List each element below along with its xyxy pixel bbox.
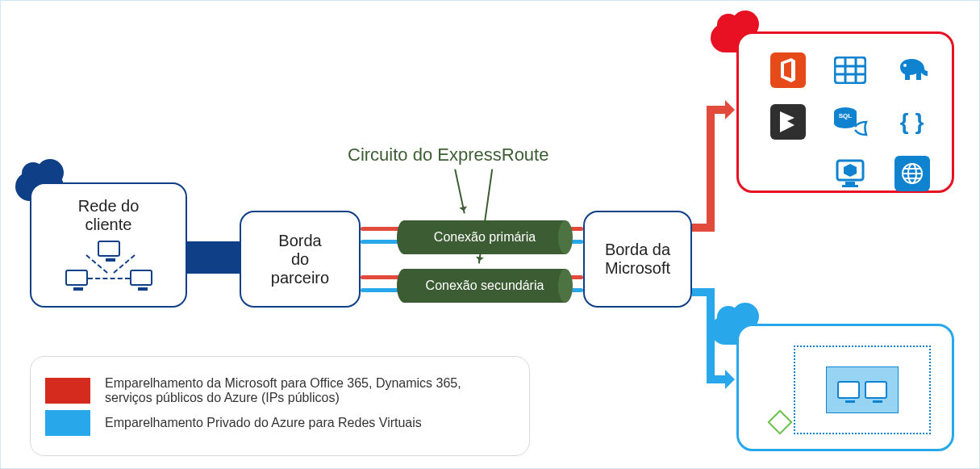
partner-label-1: Borda xyxy=(278,232,321,250)
svg-rect-0 xyxy=(835,57,865,83)
path-segment xyxy=(707,106,715,232)
legend-item-microsoft: Emparelhamento da Microsoft para Office … xyxy=(45,376,513,405)
code-icon: { } xyxy=(895,104,930,140)
secondary-connection-cylinder: Conexão secundária xyxy=(404,269,565,303)
customer-network-node: Rede do cliente xyxy=(30,182,187,308)
svg-rect-9 xyxy=(842,185,858,187)
table-icon xyxy=(832,52,868,88)
primary-connection-label: Conexão primária xyxy=(434,230,536,245)
legend-text-private: Emparelhamento Privado do Azure para Red… xyxy=(105,416,422,430)
secondary-connection-label: Conexão secundária xyxy=(426,278,544,293)
sql-icon: SQL xyxy=(832,104,868,140)
msedge-label-2: Microsoft xyxy=(605,259,670,278)
cube-icon xyxy=(832,156,868,191)
trunk-connector xyxy=(187,241,241,274)
legend-item-private: Emparelhamento Privado do Azure para Red… xyxy=(45,410,513,436)
microsoft-services-group: SQL { } xyxy=(736,31,954,193)
network-topology-icon xyxy=(60,241,157,289)
diagram-canvas: Rede do cliente Borda do parceiro Circui… xyxy=(0,0,980,469)
microsoft-edge-node: Borda da Microsoft xyxy=(583,211,692,308)
vnet-boundary-icon xyxy=(794,345,931,434)
svg-text:SQL: SQL xyxy=(839,112,853,119)
azure-private-group xyxy=(736,324,954,451)
legend-text-microsoft: Emparelhamento da Microsoft para Office … xyxy=(105,376,492,405)
dynamics-icon xyxy=(770,104,806,140)
partner-label-3: parceiro xyxy=(271,269,329,287)
vm-pair-icon xyxy=(826,366,899,413)
load-balancer-icon xyxy=(767,409,792,434)
legend: Emparelhamento da Microsoft para Office … xyxy=(30,356,530,456)
msedge-label-1: Borda da xyxy=(605,241,670,259)
legend-swatch-blue xyxy=(45,410,90,436)
svg-rect-8 xyxy=(845,182,855,185)
partner-label-2: do xyxy=(291,250,309,269)
elephant-icon xyxy=(895,52,930,88)
circuit-title: Circuito do ExpressRoute xyxy=(348,144,548,165)
office-icon xyxy=(770,52,806,88)
partner-edge-node: Borda do parceiro xyxy=(240,211,361,308)
primary-connection-cylinder: Conexão primária xyxy=(404,220,565,254)
legend-swatch-red xyxy=(45,378,90,404)
customer-label-2: cliente xyxy=(78,216,140,234)
globe-icon xyxy=(895,156,930,191)
pointer-arrow xyxy=(454,169,465,213)
customer-label-1: Rede do xyxy=(78,197,140,216)
